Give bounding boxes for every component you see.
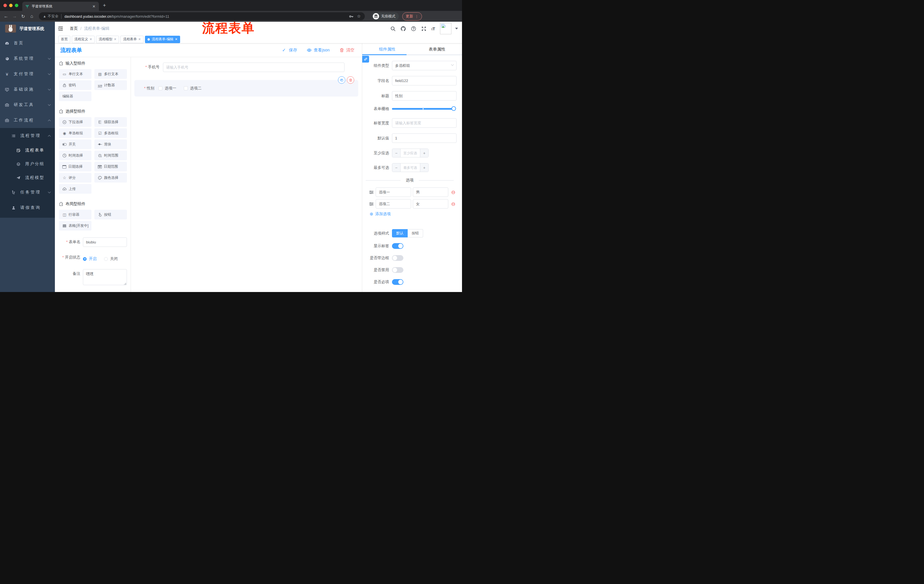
palette-item-multiline-text[interactable]: ▤多行文本 (94, 69, 127, 79)
palette-item-table[interactable]: 表格[开发中] (59, 221, 91, 230)
tab-close-icon[interactable]: ✕ (92, 4, 96, 8)
breadcrumb-home[interactable]: 首页 (70, 26, 78, 31)
link-tag-button[interactable] (362, 56, 369, 63)
slider-handle[interactable] (451, 106, 456, 111)
sidebar-item-process-model[interactable]: 流程模型 (0, 171, 55, 184)
form-grid-slider[interactable] (392, 108, 455, 110)
gender-option-2-label[interactable]: 选项二 (190, 86, 202, 91)
tag-close-icon[interactable]: ✕ (138, 38, 141, 41)
option-1-value-input[interactable] (413, 188, 448, 197)
security-label[interactable]: 不安全 (48, 14, 62, 19)
palette-item-radio-group[interactable]: ◉单选框组 (59, 128, 91, 138)
canvas-phone-field[interactable]: 手机号 (134, 62, 358, 72)
sidebar-item-payment[interactable]: ¥ 支付管理 (0, 66, 55, 82)
back-button[interactable]: ← (2, 14, 10, 19)
gender-checkbox-2[interactable] (184, 86, 188, 90)
stepper-plus-button[interactable]: + (420, 149, 428, 157)
stepper-plus-button[interactable]: + (420, 163, 428, 172)
component-type-select[interactable] (392, 61, 457, 70)
palette-item-cascader[interactable]: 级联选择 (94, 117, 127, 127)
sidebar-item-task-manage[interactable]: 任务管理 (0, 184, 55, 200)
search-icon[interactable] (390, 26, 396, 31)
required-toggle[interactable] (392, 279, 403, 285)
hamburger-icon[interactable] (58, 26, 63, 31)
palette-item-button[interactable]: 按钮 (94, 210, 127, 219)
home-button[interactable]: ⌂ (28, 14, 36, 19)
sidebar-item-workflow[interactable]: 工作流程 (0, 113, 55, 128)
palette-item-counter[interactable]: 计数器 (94, 80, 127, 90)
clear-button[interactable]: 清空 (339, 48, 355, 53)
remove-option-icon[interactable]: ⊖ (451, 201, 455, 207)
disabled-toggle[interactable] (392, 267, 403, 273)
palette-item-switch[interactable]: 开关 (59, 140, 91, 149)
tag-process-form[interactable]: 流程表单✕ (120, 36, 143, 43)
palette-item-editor[interactable]: 编辑器 (59, 91, 91, 101)
remove-option-icon[interactable]: ⊖ (451, 190, 455, 195)
avatar-dropdown-caret-icon[interactable] (455, 28, 458, 30)
field-name-input[interactable] (392, 76, 457, 86)
radio-on-label[interactable]: 开启 (89, 256, 97, 262)
gender-option-1-label[interactable]: 选项一 (165, 86, 177, 91)
style-default-button[interactable]: 默认 (392, 229, 408, 237)
option-1-name-input[interactable] (376, 188, 411, 197)
reload-button[interactable]: ↻ (19, 14, 28, 19)
tab-form-props[interactable]: 表单属性 (412, 43, 462, 55)
palette-item-checkbox-group[interactable]: ☑多选框组 (94, 128, 127, 138)
title-input[interactable] (392, 91, 457, 100)
tag-process-model[interactable]: 流程模型✕ (96, 36, 119, 43)
option-2-name-input[interactable] (376, 199, 411, 209)
help-icon[interactable] (411, 26, 416, 31)
max-select-input[interactable] (401, 163, 420, 172)
radio-off-label[interactable]: 关闭 (110, 256, 118, 262)
github-icon[interactable] (401, 26, 406, 31)
show-label-toggle[interactable] (392, 243, 403, 249)
min-select-input[interactable] (401, 149, 420, 157)
forward-button[interactable]: → (10, 14, 19, 19)
sidebar-item-process-manage[interactable]: 流程管理 (0, 128, 55, 143)
sidebar-item-infrastructure[interactable]: 基础设施 (0, 82, 55, 97)
browser-menu-icon[interactable]: ⋮ (415, 14, 419, 18)
avatar[interactable] (440, 23, 451, 34)
palette-item-upload[interactable]: 上传 (59, 184, 91, 194)
option-2-value-input[interactable] (413, 199, 448, 209)
new-tab-button[interactable]: + (103, 3, 106, 8)
update-button[interactable]: 更新 ⋮ (402, 12, 422, 21)
phone-input[interactable] (163, 63, 345, 72)
bookmark-star-icon[interactable]: ☆ (357, 14, 361, 19)
style-button-button[interactable]: 按钮 (408, 229, 423, 237)
window-minimize-button[interactable] (9, 4, 13, 7)
form-name-input[interactable] (83, 237, 127, 247)
palette-item-rate[interactable]: ☆评分 (59, 173, 91, 183)
palette-item-time-picker[interactable]: 时间选择 (59, 151, 91, 160)
tab-component-props[interactable]: 组件属性 (362, 43, 412, 55)
drag-handle-icon[interactable] (369, 190, 374, 195)
stepper-minus-button[interactable]: − (392, 163, 401, 172)
window-close-button[interactable] (3, 4, 7, 7)
sidebar-item-leave-query[interactable]: 请假查询 (0, 200, 55, 216)
password-key-icon[interactable] (349, 14, 354, 19)
stepper-minus-button[interactable]: − (392, 149, 401, 157)
form-canvas[interactable]: 手机号 性别 选项一 (131, 57, 362, 292)
fullscreen-icon[interactable] (421, 26, 427, 31)
logo[interactable]: 芋道管理系统 (0, 22, 55, 35)
palette-item-password[interactable]: 密码 (59, 80, 91, 90)
border-toggle[interactable] (392, 255, 403, 261)
palette-item-date-picker[interactable]: 日期选择 (59, 162, 91, 171)
tag-process-form-edit[interactable]: 流程表单-编辑✕ (145, 36, 180, 43)
sidebar-item-user-group[interactable]: 用户分组 (0, 157, 55, 171)
sidebar-item-system[interactable]: 系统管理 (0, 51, 55, 66)
sidebar-item-process-form[interactable]: 流程表单 (0, 143, 55, 157)
tag-process-definition[interactable]: 流程定义✕ (72, 36, 95, 43)
radio-off[interactable] (104, 257, 108, 261)
component-type-value[interactable] (392, 61, 457, 70)
address-bar[interactable]: ▲ 不安全 dashboard.yudao.iocoder.cn/bpm/man… (39, 12, 365, 20)
gender-checkbox-1[interactable] (158, 86, 162, 90)
browser-tab[interactable]: 芋道管理系统 ✕ (22, 2, 99, 11)
canvas-selected-component[interactable]: 性别 选项一 选项二 (134, 80, 358, 97)
palette-item-single-line-text[interactable]: ▭单行文本 (59, 69, 91, 79)
default-value-input[interactable] (392, 133, 457, 143)
font-size-icon[interactable]: tT (431, 26, 435, 31)
tag-home[interactable]: 首页 (58, 36, 70, 43)
save-button[interactable]: ✓保存 (282, 48, 297, 53)
palette-item-row-container[interactable]: ◫行容器 (59, 210, 91, 219)
